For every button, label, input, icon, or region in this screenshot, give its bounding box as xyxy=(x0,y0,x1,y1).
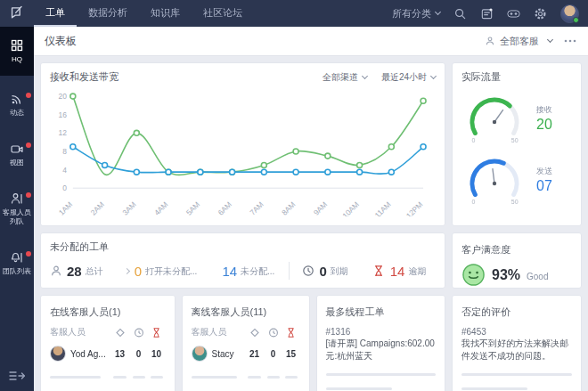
logo-icon xyxy=(8,3,26,24)
agents-col-header: 客服人员 xyxy=(50,326,110,338)
bandwidth-card: 接收和发送带宽 全部渠道 最近24小时 0481216201AM2AM3AM4A… xyxy=(40,62,445,226)
ticket-id[interactable]: #1316 xyxy=(326,327,436,337)
support-icon[interactable] xyxy=(507,7,520,20)
satisfaction-value: 93% xyxy=(492,267,520,283)
dashboard-content: 接收和发送带宽 全部渠道 最近24小时 0481216201AM2AM3AM4A… xyxy=(34,56,588,391)
tag-icon xyxy=(115,327,126,338)
hourglass-icon xyxy=(373,265,386,277)
notification-dot xyxy=(26,143,31,148)
tag-icon xyxy=(249,327,260,338)
offline-agents-card: 离线客服人员(11) 客服人员 Stacy xyxy=(182,295,310,391)
category-dropdown[interactable]: 所有分类 xyxy=(392,7,440,20)
channel-filter-label: 全部渠道 xyxy=(323,71,358,84)
notification-dot xyxy=(26,251,31,257)
search-icon[interactable] xyxy=(453,7,467,20)
nav-tab-community-forum[interactable]: 社区论坛 xyxy=(192,0,254,27)
svg-text:11AM: 11AM xyxy=(373,200,393,216)
svg-text:5AM: 5AM xyxy=(184,200,201,216)
agents-col-header: 客服人员 xyxy=(192,326,245,338)
agent-due: 0 xyxy=(136,349,142,359)
main-nav: 工单 数据分析 知识库 社区论坛 xyxy=(34,0,254,27)
satisfaction-card: 客户满意度 93% Good xyxy=(452,232,582,289)
svg-text:12PM: 12PM xyxy=(404,200,425,216)
offline-agents-title: 离线客服人员(11) xyxy=(192,306,267,317)
sidebar-item-agent-queue[interactable]: 客服人员列队 xyxy=(0,183,34,234)
receive-gauge-block: 050 接收 20 xyxy=(461,92,572,145)
agent-name: Yod Ag... xyxy=(70,349,106,359)
svg-text:6AM: 6AM xyxy=(216,200,233,216)
sidebar-item-activity[interactable]: 动态 xyxy=(0,84,34,126)
sidebar-item-label: 视图 xyxy=(10,159,24,167)
svg-text:2AM: 2AM xyxy=(89,200,106,216)
online-status-dot xyxy=(573,17,579,23)
due-count: 0 xyxy=(319,264,326,279)
due-label: 到期 xyxy=(331,265,348,278)
unassigned-label: 未分配... xyxy=(241,265,274,278)
skeleton-line xyxy=(461,373,572,376)
online-agents-card: 在线客服人员(1) 客服人员 Yod Ag. xyxy=(40,295,176,391)
gauge-label: 接收 xyxy=(536,104,552,116)
svg-text:0: 0 xyxy=(471,137,475,143)
more-icon xyxy=(563,35,577,47)
gauge-value: 07 xyxy=(536,178,552,194)
review-text[interactable]: 我找不到好的方法来解决邮件发送不成功的问题。 xyxy=(461,338,572,362)
agent-tickets: 13 xyxy=(115,349,125,359)
channel-filter-dropdown[interactable]: 全部渠道 xyxy=(323,71,367,84)
hourglass-icon xyxy=(286,327,297,338)
sidebar-item-label: 客服人员列队 xyxy=(1,208,33,226)
chevron-right-icon xyxy=(124,267,130,273)
sidebar-item-label: HQ xyxy=(12,55,22,64)
chevron-down-icon xyxy=(547,37,553,43)
agent-filter-dropdown[interactable]: 全部客服 xyxy=(485,35,552,48)
ticket-text[interactable]: [请开票] Campaigns:602.00元:杭州蓝天 xyxy=(326,338,436,362)
svg-text:9AM: 9AM xyxy=(312,200,329,216)
clock-icon xyxy=(134,327,144,338)
main-area: 仪表板 全部客服 接收和发送带宽 xyxy=(34,27,588,391)
nav-tab-tickets[interactable]: 工单 xyxy=(34,0,77,27)
sidebar-item-views[interactable]: 视图 xyxy=(0,134,34,175)
app-logo[interactable] xyxy=(0,0,34,27)
bandwidth-line-chart: 0481216201AM2AM3AM4AM5AM6AM7AM8AM9AM10AM… xyxy=(50,86,436,216)
agent-avatar xyxy=(192,346,208,362)
sidebar-item-label: 动态 xyxy=(10,109,24,118)
notification-dot xyxy=(26,93,31,98)
agent-row[interactable]: Yod Ag... 13 0 10 xyxy=(50,346,166,362)
agent-avatar xyxy=(50,346,66,362)
traffic-card: 实际流量 050 接收 20 050 发送 07 xyxy=(452,62,582,226)
agent-overdue: 15 xyxy=(286,349,296,359)
sidebar-item-hq[interactable]: HQ xyxy=(0,27,34,76)
svg-text:50: 50 xyxy=(511,137,519,143)
top-navbar: 工单 数据分析 知识库 社区论坛 所有分类 xyxy=(0,0,588,27)
unassigned-tickets-card: 未分配的工单 28 总计 0 打开未分配... 14 未分配... xyxy=(40,232,445,289)
time-filter-dropdown[interactable]: 最近24小时 xyxy=(381,71,436,84)
top-thread-title: 最多线程工单 xyxy=(326,306,385,317)
gauge: 050 xyxy=(461,92,529,145)
svg-text:4: 4 xyxy=(62,166,67,175)
divider xyxy=(289,262,290,280)
unassigned-count: 14 xyxy=(222,264,237,279)
person-icon xyxy=(485,36,495,46)
sidebar-expand-button[interactable] xyxy=(8,370,26,382)
settings-gear-icon[interactable] xyxy=(534,7,547,20)
notes-icon[interactable] xyxy=(480,7,494,20)
more-options-button[interactable] xyxy=(563,35,577,47)
skeleton-row xyxy=(50,376,166,379)
negative-review-title: 否定的评价 xyxy=(461,306,510,317)
agent-row[interactable]: Stacy 21 0 15 xyxy=(192,346,300,362)
svg-text:0: 0 xyxy=(62,183,67,192)
online-agents-title: 在线客服人员(1) xyxy=(50,306,120,317)
chevron-down-icon xyxy=(430,72,437,78)
sidebar-item-team-list[interactable]: 团队列表 xyxy=(0,242,34,284)
clock-icon xyxy=(302,265,314,277)
category-dropdown-label: 所有分类 xyxy=(392,7,431,20)
nav-tab-analytics[interactable]: 数据分析 xyxy=(77,0,139,27)
skeleton-line xyxy=(326,387,392,390)
send-gauge-block: 050 发送 07 xyxy=(461,153,572,207)
review-id[interactable]: #6453 xyxy=(461,327,572,337)
nav-tab-knowledge-base[interactable]: 知识库 xyxy=(139,0,192,27)
user-avatar[interactable] xyxy=(560,4,579,23)
svg-text:0: 0 xyxy=(471,199,475,205)
notification-dot xyxy=(26,192,31,198)
agent-tickets: 21 xyxy=(249,349,259,359)
bandwidth-card-title: 接收和发送带宽 xyxy=(50,70,118,84)
